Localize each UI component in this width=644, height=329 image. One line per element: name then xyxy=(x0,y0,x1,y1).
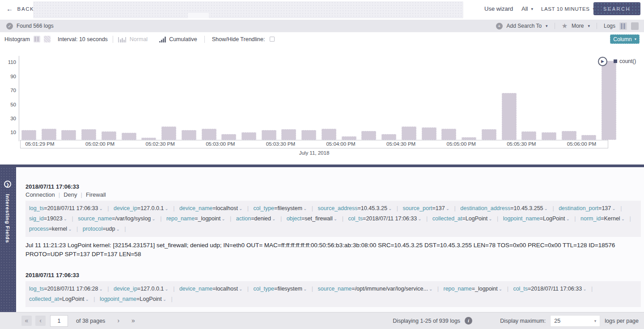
chevron-down-icon: ⌄ xyxy=(85,297,89,302)
log-field-chip[interactable]: log_ts=2018/07/11 17:06:33⌄ xyxy=(29,205,103,211)
histogram-bar[interactable] xyxy=(381,134,396,140)
field-value: _logpoint xyxy=(475,286,498,292)
log-field-chip[interactable]: sig_id=19023⌄ xyxy=(29,215,67,222)
histogram-bar[interactable] xyxy=(562,131,576,140)
last-page-button[interactable]: » xyxy=(128,316,138,326)
chevron-down-icon: ⌄ xyxy=(418,216,421,221)
field-key: source_name xyxy=(78,215,112,222)
histogram-bar[interactable] xyxy=(301,130,316,140)
search-resize-handle[interactable] xyxy=(188,13,209,18)
next-page-button[interactable]: › xyxy=(113,316,123,326)
chevron-down-icon: ⌄ xyxy=(446,206,449,211)
trendline-checkbox[interactable] xyxy=(270,37,275,42)
histogram-bar[interactable] xyxy=(602,61,616,140)
histogram-bar[interactable] xyxy=(521,131,536,140)
histogram-bar[interactable] xyxy=(342,136,356,140)
log-field-chip[interactable]: col_type=filesystem⌄ xyxy=(254,286,307,292)
log-field-chip[interactable]: protocol=udp⌄ xyxy=(83,226,120,232)
histogram-bar[interactable] xyxy=(42,129,56,140)
add-search-to-dropdown[interactable]: Add Search To xyxy=(507,23,542,29)
histogram-bar[interactable] xyxy=(502,93,517,140)
log-field-chip[interactable]: col_type=filesystem⌄ xyxy=(254,205,307,211)
separator xyxy=(597,23,597,29)
log-field-chip[interactable]: device_name=localhost⌄ xyxy=(179,205,242,211)
histogram-bar[interactable] xyxy=(441,129,456,140)
histogram-split-view-icon[interactable] xyxy=(34,36,40,42)
previous-page-button[interactable]: ‹ xyxy=(35,316,46,326)
log-field-chip[interactable]: repo_name=_logpoint⌄ xyxy=(166,215,225,222)
normal-mode-toggle[interactable]: Normal xyxy=(118,36,148,42)
use-wizard-link[interactable]: Use wizard xyxy=(484,5,513,12)
log-field-chip[interactable]: col_ts=2018/07/11 17:06:33⌄ xyxy=(513,286,586,292)
log-tag[interactable]: Firewall xyxy=(86,191,106,198)
histogram-bar[interactable] xyxy=(122,133,136,140)
histogram-bar[interactable] xyxy=(581,135,596,140)
log-field-chip[interactable]: logpoint_name=LogPoint⌄ xyxy=(100,296,166,302)
histogram-bar[interactable] xyxy=(81,129,96,140)
pagination-right: Displaying 1-25 of 939 logs i Display ma… xyxy=(393,315,639,327)
chevron-down-icon: ⌄ xyxy=(334,216,337,221)
log-field-chip[interactable]: device_ip=127.0.0.1⌄ xyxy=(114,286,169,292)
log-field-chip[interactable]: collected_at=LogPoint⌄ xyxy=(29,296,89,302)
log-field-chip[interactable]: device_name=localhost⌄ xyxy=(179,286,242,292)
cumulative-mode-toggle[interactable]: Cumulative xyxy=(159,36,197,42)
chevron-down-icon: ⌄ xyxy=(99,287,102,291)
chevron-down-icon: ⌄ xyxy=(499,287,502,291)
log-field-chip[interactable]: action=denied⌄ xyxy=(236,215,276,222)
play-button[interactable]: ▶ xyxy=(598,57,607,66)
field-key: log_ts xyxy=(29,205,44,211)
first-page-button[interactable]: « xyxy=(21,316,32,326)
log-field-chip[interactable]: process=kernel⌄ xyxy=(29,226,72,232)
time-range-value: LAST 10 MINUTES xyxy=(541,6,590,12)
log-field-chip[interactable]: object=set_firewall⌄ xyxy=(287,215,338,222)
search-button[interactable]: SEARCH xyxy=(593,2,640,15)
display-maximum-select[interactable]: 25 ▾ xyxy=(550,315,600,327)
field-key: sig_id xyxy=(29,215,44,222)
chart-x-axis-strip[interactable]: 05:01:29 PM05:02:00 PM05:02:30 PM05:03:0… xyxy=(20,140,608,148)
histogram-bar[interactable] xyxy=(422,127,436,140)
more-dropdown[interactable]: More xyxy=(572,23,584,29)
log-field-chip[interactable]: log_ts=2018/07/11 17:06:28⌄ xyxy=(29,286,103,292)
log-field-chip[interactable]: norm_id=Kernel⌄ xyxy=(580,215,625,222)
log-field-chip[interactable]: device_ip=127.0.0.1⌄ xyxy=(114,205,169,211)
histogram-bar[interactable] xyxy=(242,132,256,140)
separator: | xyxy=(619,205,622,211)
chart-type-dropdown[interactable]: Column ▾ xyxy=(610,34,640,44)
field-key: col_type xyxy=(254,205,275,211)
log-field-chip[interactable]: source_address=10.45.3.25⌄ xyxy=(318,205,392,211)
histogram-bar[interactable] xyxy=(21,130,36,140)
log-field-chip[interactable]: source_name=/opt/immune/var/log/service.… xyxy=(318,286,433,292)
histogram-merged-view-icon[interactable] xyxy=(44,36,51,42)
histogram-bar[interactable] xyxy=(61,130,76,140)
histogram-bar[interactable] xyxy=(542,132,556,140)
histogram-bar[interactable] xyxy=(262,130,276,140)
back-button[interactable]: ← BACK xyxy=(6,5,34,13)
histogram-bar[interactable] xyxy=(402,127,416,140)
log-field-chip[interactable]: collected_at=LogPoint⌄ xyxy=(432,215,492,222)
histogram-bar[interactable] xyxy=(281,129,296,140)
log-field-chip[interactable]: col_ts=2018/07/11 17:06:33⌄ xyxy=(348,215,421,222)
log-field-chip[interactable]: logpoint_name=LogPoint⌄ xyxy=(503,215,570,222)
page-number-input[interactable] xyxy=(50,315,68,327)
histogram-bar[interactable] xyxy=(322,129,336,140)
search-query-input[interactable] xyxy=(33,1,463,18)
histogram-bar[interactable] xyxy=(221,134,236,140)
column-view-icon[interactable] xyxy=(619,22,627,30)
histogram-bar[interactable] xyxy=(482,129,496,140)
interesting-fields-panel-toggle[interactable]: ❯ Interesting Fields xyxy=(0,167,16,312)
log-field-chip[interactable]: repo_name=_logpoint⌄ xyxy=(443,286,502,292)
log-tag[interactable]: Deny xyxy=(64,191,77,198)
time-range-dropdown[interactable]: LAST 10 MINUTES ▾ xyxy=(541,6,595,12)
histogram-bar[interactable] xyxy=(361,131,376,140)
grid-view-icon[interactable] xyxy=(631,22,639,30)
log-field-chip[interactable]: source_port=137⌄ xyxy=(403,205,450,211)
log-tag[interactable]: Connection xyxy=(25,191,55,198)
histogram-bar[interactable] xyxy=(161,127,176,140)
histogram-bar[interactable] xyxy=(182,130,196,140)
histogram-bar[interactable] xyxy=(102,131,116,140)
scope-dropdown[interactable]: All ▾ xyxy=(521,5,533,12)
log-field-chip[interactable]: destination_port=137⌄ xyxy=(559,205,616,211)
log-field-chip[interactable]: destination_address=10.45.3.255⌄ xyxy=(460,205,548,211)
histogram-bar[interactable] xyxy=(202,129,216,140)
log-field-chip[interactable]: source_name=/var/log/syslog⌄ xyxy=(78,215,155,222)
